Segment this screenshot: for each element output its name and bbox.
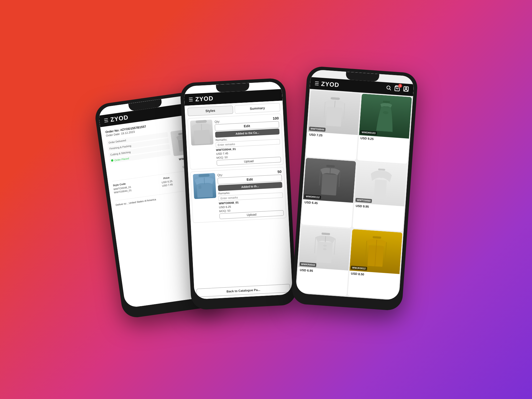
hamburger-icon-left[interactable]: ☰ [103, 118, 108, 123]
hamburger-icon-mid[interactable]: ☰ [188, 97, 193, 102]
catalogue-item-5[interactable]: WWKR0044 USD 6.95 [296, 226, 351, 296]
svg-rect-15 [331, 97, 340, 100]
cart-item-1-details: Qty: 100 Edit Added to the Ca... Remarks… [214, 116, 281, 166]
catalogue-img-2: WWDR0103 [359, 94, 412, 139]
catalogue-grid: WWTO0044 USD 7.25 [295, 89, 413, 300]
catalogue-img-5: WWKR0044 [298, 226, 351, 270]
svg-rect-9 [198, 185, 201, 189]
catalogue-img-4: WWTO0060 [354, 161, 407, 206]
qty-value-1: 100 [273, 116, 279, 121]
status-dot [111, 159, 113, 162]
back-catalogue-btn[interactable]: Back to Catalogue Pa... [196, 284, 290, 297]
cart-item-1-img [190, 120, 214, 146]
catalogue-img-1: WWTO0044 [308, 90, 361, 135]
volume-down-btn-right [301, 126, 303, 140]
header-icons-right: 1 [386, 85, 410, 94]
svg-rect-22 [326, 165, 335, 168]
svg-point-10 [387, 86, 390, 89]
svg-line-26 [339, 171, 340, 187]
app-logo-right: ZYOD [321, 80, 339, 88]
svg-line-18 [324, 102, 325, 117]
cart-items-list: Qty: 100 Edit Added to the Ca... Remarks… [185, 111, 292, 287]
cart-badge: 1 [398, 84, 402, 88]
search-icon[interactable] [386, 85, 392, 92]
svg-rect-36 [373, 236, 381, 239]
hamburger-icon-right[interactable]: ☰ [314, 81, 319, 86]
cart-item-2: Qty: 50 Edit Added to th... Remarks: WWT… [190, 167, 287, 223]
phone-right: ☰ ZYOD 1 [291, 66, 418, 311]
svg-line-32 [314, 237, 316, 253]
volume-up-btn-right [303, 110, 305, 124]
qty-value-2: 50 [277, 170, 282, 174]
qty-label-2: Qty: [217, 173, 223, 177]
svg-rect-28 [374, 180, 387, 199]
svg-rect-3 [196, 120, 207, 123]
catalogue-item-6[interactable]: WWJK0012 USD 8.50 [348, 229, 402, 299]
svg-line-33 [334, 239, 335, 254]
catalogue-item-4[interactable]: WWTO0060 USD 9.95 [352, 161, 407, 231]
phones-container: ☰ ZYOD Order No: #ZYOD1557B1557 Order Da… [100, 47, 432, 352]
cart-icon[interactable]: 1 [394, 85, 400, 93]
cart-item-2-details: Qty: 50 Edit Added to th... Remarks: WWT… [217, 170, 284, 219]
catalogue-item-3[interactable]: WWDR0112 USD 6.45 [301, 158, 356, 228]
cart-item-1: Qty: 100 Edit Added to the Ca... Remarks… [187, 114, 283, 170]
app-logo-left: ZYOD [110, 114, 129, 124]
volume-down-btn [101, 165, 104, 179]
catalogue-item-2[interactable]: WWDR0103 USD 9.25 [357, 94, 412, 164]
svg-line-25 [319, 170, 320, 185]
power-btn-right [413, 129, 415, 143]
svg-rect-23 [321, 174, 337, 196]
svg-line-39 [366, 241, 367, 257]
power-btn-mid [288, 133, 290, 147]
catalogue-item-1[interactable]: WWTO0044 USD 7.25 [306, 90, 361, 160]
catalogue-img-3: WWDR0112 [303, 158, 356, 203]
svg-rect-4 [194, 130, 210, 144]
svg-point-14 [405, 87, 407, 89]
svg-rect-16 [326, 107, 342, 127]
svg-line-40 [385, 242, 387, 258]
svg-line-19 [344, 103, 345, 119]
svg-line-11 [390, 89, 391, 90]
app-logo-mid: ZYOD [195, 95, 213, 103]
svg-rect-27 [378, 168, 385, 171]
catalogue-img-6: WWJK0012 [349, 229, 402, 274]
status-steps: Order Delivered Finishing & Packing Cutt… [107, 132, 173, 178]
cart-item-2-img [193, 173, 216, 199]
phone-middle: ☰ ZYOD Styles Summary [180, 78, 297, 310]
svg-rect-29 [321, 232, 330, 235]
svg-rect-20 [383, 101, 390, 103]
svg-rect-6 [198, 174, 209, 177]
user-icon[interactable] [403, 86, 409, 93]
volume-up-btn [99, 149, 102, 163]
qty-label-1: Qty: [214, 120, 220, 123]
